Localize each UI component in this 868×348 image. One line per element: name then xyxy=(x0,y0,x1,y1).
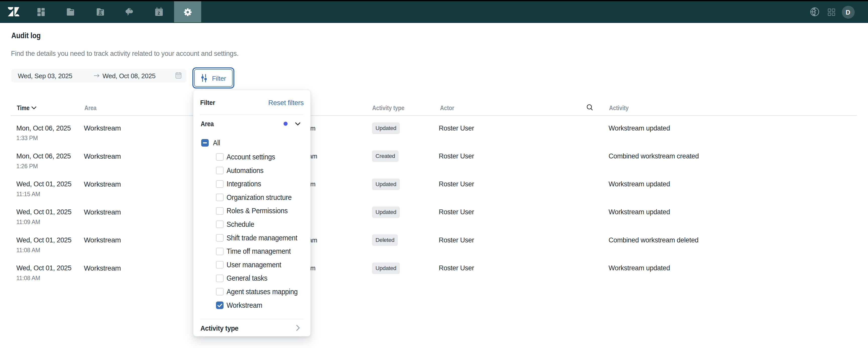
svg-text:2: 2 xyxy=(157,11,160,16)
